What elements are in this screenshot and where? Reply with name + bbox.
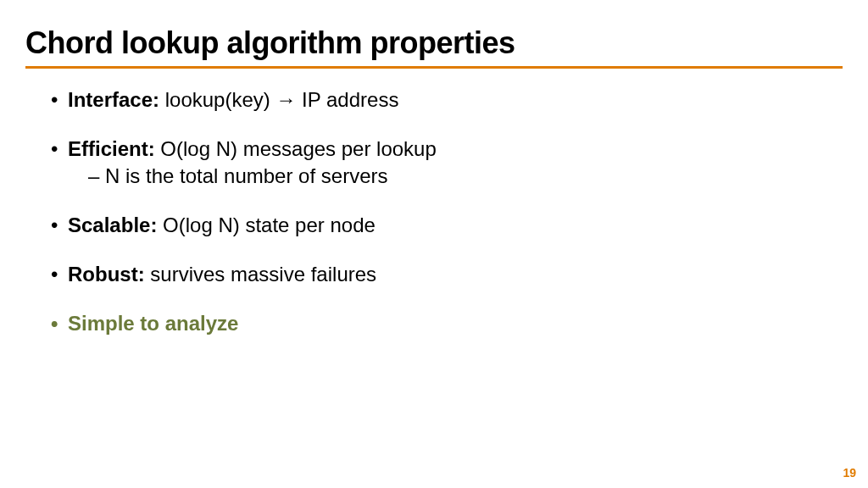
bullet-efficient: Efficient: O(log N) messages per lookup … — [51, 136, 843, 189]
page-number: 19 — [843, 466, 856, 480]
bullet-interface: Interface: lookup(key) → IP address — [51, 87, 843, 113]
bullet-label: Interface: — [68, 88, 159, 111]
bullet-text: lookup(key) → IP address — [159, 88, 398, 111]
bullet-label: Efficient: — [68, 137, 155, 160]
bullet-robust: Robust: survives massive failures — [51, 262, 843, 287]
bullet-scalable: Scalable: O(log N) state per node — [51, 213, 843, 238]
bullet-simple-analyze: Simple to analyze — [51, 311, 843, 336]
slide: Chord lookup algorithm properties Interf… — [0, 0, 868, 488]
slide-title: Chord lookup algorithm properties — [25, 25, 843, 61]
bullet-text: O(log N) state per node — [157, 214, 375, 236]
bullet-label: Scalable: — [68, 214, 157, 236]
slide-content: Interface: lookup(key) → IP address Effi… — [25, 69, 843, 336]
bullet-text: O(log N) messages per lookup — [155, 137, 437, 160]
bullet-text: survives massive failures — [145, 263, 376, 286]
bullet-label: Robust: — [68, 263, 145, 286]
subbullet-n-servers: N is the total number of servers — [88, 164, 843, 189]
